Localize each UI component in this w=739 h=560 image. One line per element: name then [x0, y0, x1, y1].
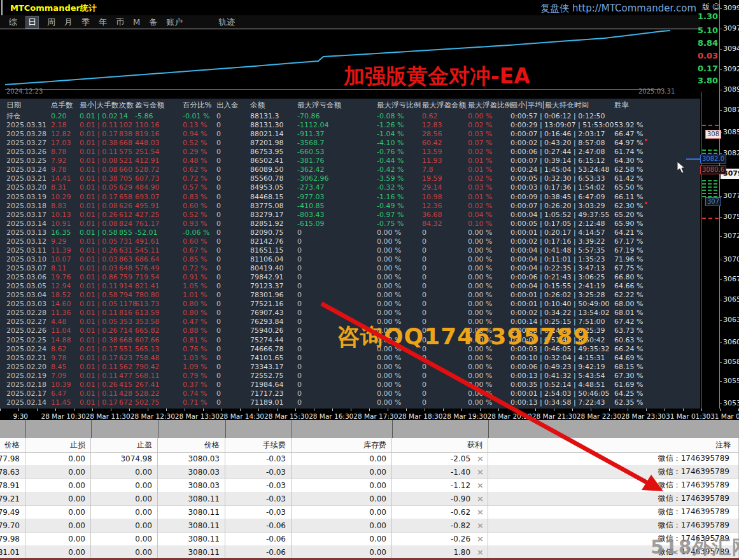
positions-header-3[interactable]: 价格	[158, 438, 225, 452]
stats-cell-6: 0	[216, 130, 221, 139]
stats-row[interactable]: 2025.03.1910.290.01 | 0.17658693.070.83 …	[0, 193, 700, 202]
column-divider[interactable]	[225, 420, 226, 438]
stats-row[interactable]: 2025.03.0512.940.01 | 0.11914821.411.05 …	[0, 282, 700, 291]
stats-row[interactable]: 2025.03.1316.350.01 | 0.58855-52.01-0.06…	[0, 228, 700, 237]
close-position-icon[interactable]: ×	[477, 547, 484, 557]
stats-row[interactable]: 2025.02.208.450.01 | 0.11562790.421.09 %…	[0, 363, 700, 372]
stats-row[interactable]: 2025.03.312.180.01 | 0.11102110.160.13 %…	[0, 121, 700, 130]
stats-row[interactable]: 2025.02.219.780.01 | 0.17623758.481.03 %…	[0, 354, 700, 363]
stats-row[interactable]: 2025.02.2811.360.01 | 0.11816613.590.80 …	[0, 309, 700, 318]
stats-row[interactable]: 2025.03.1410.910.01 | 0.08824761.170.93 …	[0, 220, 700, 228]
time-axis-label-3: 28 Mar 12:30	[130, 412, 175, 420]
positions-header-6[interactable]: 获利	[392, 438, 488, 452]
close-position-icon[interactable]: ×	[477, 467, 484, 477]
menu-item-3[interactable]: 月	[64, 17, 73, 28]
menu-item-6[interactable]: 币	[116, 17, 124, 28]
menu-item-9[interactable]: 账户	[166, 17, 183, 28]
stats-cell-1: 8.78	[51, 148, 67, 157]
menu-item-7[interactable]: M	[133, 17, 140, 27]
position-row[interactable]: 3079.490.000.003080.11-0.030.00-0.62×微信：…	[0, 505, 739, 519]
statistics-panel: 日期总手数最小|大手数次数盈亏金额百分比%出入金余额最大浮亏金额最大浮亏比例最大…	[0, 99, 700, 409]
stats-cell-7: 72552.75	[250, 372, 284, 381]
stats-cell-9: -0.44 %	[377, 157, 404, 165]
position-cell-6: -0.90×	[392, 492, 488, 505]
stats-row[interactable]: 2025.02.1411.450.01 | 0.17672502.750.71 …	[0, 398, 700, 407]
stats-row[interactable]: 持仓0.200.01 | 0.0214-5.86-0.01 %088131.3-…	[0, 112, 700, 121]
menu-item-4[interactable]: 季	[81, 17, 90, 28]
position-row[interactable]: 3079.210.000.003080.11-0.030.00-0.90×微信：…	[0, 492, 739, 506]
menu-item-2[interactable]: 周	[47, 17, 55, 28]
stats-cell-7: 87201.98	[250, 139, 284, 148]
stats-cell-0: 2025.03.05	[6, 282, 46, 291]
stats-row[interactable]: 2025.03.257.920.01 | 0.08521412.910.48 %…	[0, 157, 700, 165]
position-row[interactable]: 3077.980.003074.983080.03-0.030.00-2.05×…	[0, 452, 739, 466]
stats-row[interactable]: 2025.02.1810.390.01 | 0.26415267.410.37 …	[0, 381, 700, 389]
column-divider[interactable]	[91, 420, 92, 438]
stats-row[interactable]: 2025.03.249.780.01 | 0.08660528.720.62 %…	[0, 165, 700, 174]
position-value: -0.06	[266, 535, 286, 543]
stats-cell-13: 61.74 %	[614, 148, 643, 157]
close-position-icon[interactable]: ×	[477, 521, 484, 530]
stats-row[interactable]: 2025.03.188.830.01 | 0.08626495.910.60 %…	[0, 202, 700, 211]
stats-cell-0: 2025.02.14	[6, 398, 46, 407]
positions-header-4[interactable]: 手续费	[225, 438, 292, 452]
column-divider[interactable]	[158, 420, 158, 438]
column-divider[interactable]	[25, 420, 26, 438]
positions-header-2[interactable]: 止盈	[91, 438, 158, 452]
stats-cell-8: 0	[297, 237, 302, 246]
stats-row[interactable]: 2025.03.1710.130.01 | 0.26612427.250.52 …	[0, 211, 700, 220]
positions-header-5[interactable]: 库存费	[292, 438, 392, 452]
stats-row[interactable]: 2025.03.2717.030.01 | 0.38668448.030.52 …	[0, 139, 700, 148]
stats-row[interactable]: 2025.02.197.090.01 | 0.11477568.110.79 %…	[0, 372, 700, 381]
column-divider[interactable]	[488, 420, 489, 438]
stats-row[interactable]: 2025.03.0314.600.01 | 0.051178613.730.80…	[0, 300, 700, 309]
stats-cell-13: 66.47 %	[614, 130, 643, 139]
stats-header-6: 出入金	[216, 101, 239, 110]
stats-cell-2: 0.01 | 0.11	[80, 282, 118, 291]
position-cell-1: 0.00	[25, 519, 91, 532]
position-cell-2: 0.00	[91, 505, 158, 519]
menu-item-8[interactable]: 备	[149, 17, 157, 28]
close-position-icon[interactable]: ×	[477, 534, 484, 543]
time-axis-label-15: 31 Mar 01:30	[666, 412, 710, 420]
positions-header-0[interactable]: 价格	[0, 438, 25, 452]
column-divider[interactable]	[392, 420, 393, 438]
close-position-icon[interactable]: ×	[477, 507, 484, 517]
close-position-icon[interactable]: ×	[477, 454, 484, 463]
position-row[interactable]: 3078.910.000.003080.03-0.030.00-1.12×微信：…	[0, 479, 739, 493]
close-position-icon[interactable]: ×	[477, 494, 484, 503]
stats-cell-3: 1178	[119, 300, 137, 309]
stats-row[interactable]: 2025.03.2114.410.01 | 0.38705607.730.72 …	[0, 174, 700, 183]
stats-row[interactable]: 2025.03.2812.820.01 | 0.17838819.160.94 …	[0, 130, 700, 139]
stats-row[interactable]: 2025.03.0418.520.01 | 0.58794780.801.01 …	[0, 291, 700, 300]
menu-item-5[interactable]: 年	[99, 17, 107, 28]
stats-row[interactable]: 2025.03.1010.070.01 | 0.03863686.640.85 …	[0, 255, 700, 264]
position-row[interactable]: 3081.010.000.003080.11-0.060.001.80×微信：1…	[0, 545, 739, 559]
stats-row[interactable]: 2025.03.078.110.01 | 0.03648576.490.72 %…	[0, 264, 700, 273]
stats-row[interactable]: 2025.03.268.780.01 | 0.11575251.540.29 %…	[0, 148, 700, 157]
column-divider[interactable]	[292, 420, 292, 438]
positions-header-1[interactable]: 止损	[25, 438, 91, 452]
column-grip-strip[interactable]	[0, 420, 739, 438]
stats-row[interactable]: 2025.02.176.470.01 | 0.11428528.220.74 %…	[0, 389, 700, 398]
stats-cell-7: 79842.91	[250, 273, 284, 282]
position-cell-1: 0.00	[25, 545, 91, 559]
position-cell-2: 3074.98	[91, 452, 158, 465]
price-tick	[719, 362, 722, 363]
menu-item-10[interactable]: 轨迹	[218, 17, 235, 28]
position-cell-5: 0.00	[292, 465, 392, 479]
positions-header-7[interactable]: 注释	[488, 438, 739, 452]
menu-item-0[interactable]: 综	[9, 17, 17, 28]
stats-row[interactable]: 2025.03.208.310.01 | 0.05629484.900.57 %…	[0, 183, 700, 192]
stats-row[interactable]: 2025.03.1111.390.01 | 0.26631545.110.67 …	[0, 246, 700, 255]
position-row[interactable]: 3078.630.000.003080.03-0.030.00-1.40×微信：…	[0, 465, 739, 479]
menu-item-1[interactable]: 日	[26, 17, 38, 28]
stats-cell-3: 353	[119, 318, 132, 326]
stats-row[interactable]: 2025.03.0619.760.01 | 0.86759719.540.91 …	[0, 273, 700, 282]
stats-row[interactable]: 2025.03.129.290.01 | 0.05731491.610.60 %…	[0, 237, 700, 246]
position-row[interactable]: 3079.700.000.003080.11-0.060.00-0.82×微信：…	[0, 519, 739, 533]
position-row[interactable]: 3079.980.000.003080.11-0.060.00-0.26×微信：…	[0, 532, 739, 546]
close-position-icon[interactable]: ×	[477, 480, 484, 490]
stats-cell-2: 0.01 | 0.03	[80, 255, 118, 264]
stats-cell-4: 758.48	[135, 354, 160, 363]
